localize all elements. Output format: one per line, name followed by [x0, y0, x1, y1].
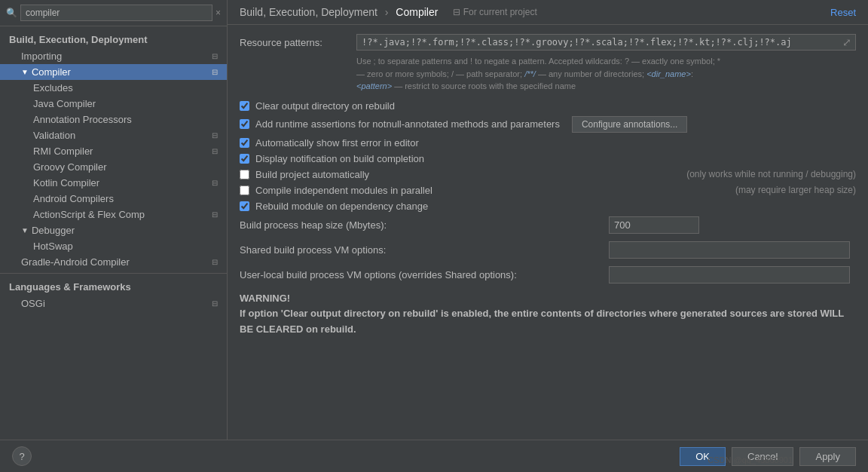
sidebar-item-importing[interactable]: Importing ⊟	[0, 48, 227, 64]
annotation-processors-label: Annotation Processors	[33, 114, 132, 125]
help-button[interactable]: ?	[12, 446, 32, 466]
sidebar-item-actionscript-flex[interactable]: ActionScript & Flex Comp ⊟	[0, 207, 227, 222]
build-auto-checkbox[interactable]	[240, 170, 249, 179]
build-auto-label: Build project automatically	[255, 169, 369, 180]
apply-button[interactable]: Apply	[799, 447, 856, 466]
compile-parallel-checkbox[interactable]	[240, 185, 249, 195]
page-icon: ⊟	[212, 68, 218, 76]
warning-box: WARNING! If option 'Clear output directo…	[240, 291, 856, 338]
groovy-compiler-label: Groovy Compiler	[33, 161, 107, 173]
shared-vm-row: Shared build process VM options:	[240, 241, 856, 259]
configure-annotations-button[interactable]: Configure annotations...	[572, 116, 687, 133]
user-vm-label: User-local build process VM options (ove…	[240, 269, 609, 280]
shared-vm-input[interactable]	[609, 241, 850, 259]
arrow-icon: ▼	[21, 68, 29, 76]
sidebar-section-languages: Languages & Frameworks	[0, 277, 227, 296]
heap-size-row: Build process heap size (Mbytes):	[240, 216, 856, 234]
add-assertions-checkbox[interactable]	[240, 119, 249, 129]
build-auto-note: (only works while not running / debuggin…	[686, 169, 856, 179]
content-header: Build, Execution, Deployment › Compiler …	[228, 0, 868, 25]
sidebar-item-hotswap[interactable]: HotSwap	[0, 238, 227, 254]
display-notification-checkbox[interactable]	[240, 154, 249, 164]
java-compiler-label: Java Compiler	[33, 98, 96, 109]
add-assertions-label: Add runtime assertions for notnull-annot…	[255, 118, 560, 130]
breadcrumb-current: Compiler	[396, 6, 438, 18]
actionscript-flex-label: ActionScript & Flex Comp	[33, 209, 145, 220]
heap-size-input[interactable]	[609, 216, 699, 234]
display-notification-label: Display notification on build completion	[255, 153, 424, 164]
sidebar-item-java-compiler[interactable]: Java Compiler	[0, 96, 227, 112]
sidebar: 🔍 × Build, Execution, Deployment Importi…	[0, 0, 228, 440]
gradle-android-label: Gradle-Android Compiler	[21, 256, 130, 268]
sidebar-item-osgi[interactable]: OSGi ⊟	[0, 296, 227, 311]
resource-expand-icon[interactable]: ⤢	[839, 35, 855, 50]
page-icon: ⊟	[212, 147, 218, 155]
sidebar-item-kotlin-compiler[interactable]: Kotlin Compiler ⊟	[0, 175, 227, 191]
sidebar-item-validation[interactable]: Validation ⊟	[0, 127, 227, 143]
sidebar-item-android-compilers[interactable]: Android Compilers	[0, 191, 227, 207]
rebuild-on-dep-label: Rebuild module on dependency change	[255, 201, 428, 212]
auto-show-error-checkbox[interactable]	[240, 138, 249, 148]
check-part: Build project automatically	[240, 169, 671, 180]
search-bar: 🔍 ×	[0, 0, 227, 26]
resource-patterns-row: Resource patterns: ⤢	[240, 34, 856, 51]
user-vm-row: User-local build process VM options (ove…	[240, 266, 856, 284]
sidebar-item-gradle-android[interactable]: Gradle-Android Compiler ⊟	[0, 254, 227, 270]
checkbox-build-auto: Build project automatically (only works …	[240, 169, 856, 180]
sidebar-section-build: Build, Execution, Deployment	[0, 29, 227, 48]
sidebar-item-debugger[interactable]: ▼ Debugger	[0, 222, 227, 238]
sidebar-item-rmi-compiler[interactable]: RMI Compiler ⊟	[0, 143, 227, 159]
for-project-label: ⊟ For current project	[453, 7, 536, 17]
osgi-label: OSGi	[21, 298, 45, 309]
page-icon: ⊟	[212, 299, 218, 308]
sidebar-item-annotation-processors[interactable]: Annotation Processors	[0, 112, 227, 127]
divider	[0, 273, 227, 274]
sidebar-tree: Build, Execution, Deployment Importing ⊟…	[0, 26, 227, 440]
kotlin-compiler-label: Kotlin Compiler	[33, 177, 99, 188]
settings-dialog: 🔍 × Build, Execution, Deployment Importi…	[0, 0, 868, 472]
check-part: Compile independent modules in parallel	[240, 185, 720, 196]
watermark: CSDN @qq_45860901	[708, 455, 793, 464]
rebuild-on-dep-checkbox[interactable]	[240, 201, 249, 211]
checkbox-add-assertions: Add runtime assertions for notnull-annot…	[240, 116, 856, 133]
checkbox-auto-show-error: Automatically show first error in editor	[240, 137, 856, 149]
content-body: Resource patterns: ⤢ Use ; to separate p…	[228, 25, 868, 440]
content-panel: Build, Execution, Deployment › Compiler …	[228, 0, 868, 440]
sidebar-item-groovy-compiler[interactable]: Groovy Compiler	[0, 159, 227, 175]
compile-parallel-note: (may require larger heap size)	[735, 185, 856, 195]
user-vm-input[interactable]	[609, 266, 850, 284]
compiler-label: Compiler	[32, 66, 71, 78]
resource-patterns-label: Resource patterns:	[240, 37, 356, 48]
checkbox-rebuild-on-dep: Rebuild module on dependency change	[240, 201, 856, 212]
checkbox-display-notification: Display notification on build completion	[240, 153, 856, 164]
excludes-label: Excludes	[33, 82, 73, 93]
arrow-icon: ▼	[21, 226, 29, 234]
search-clear-button[interactable]: ×	[215, 8, 221, 18]
sidebar-item-excludes[interactable]: Excludes	[0, 80, 227, 96]
compile-parallel-label: Compile independent modules in parallel	[255, 185, 432, 196]
resource-patterns-input[interactable]	[357, 35, 839, 50]
clear-output-checkbox[interactable]	[240, 101, 249, 111]
breadcrumb-root: Build, Execution, Deployment	[240, 6, 377, 18]
check-part: Add runtime assertions for notnull-annot…	[240, 116, 856, 133]
heap-size-label: Build process heap size (Mbytes):	[240, 219, 609, 231]
search-icon: 🔍	[6, 8, 17, 18]
warning-title: WARNING!	[240, 291, 856, 307]
sidebar-item-compiler[interactable]: ▼ Compiler ⊟	[0, 64, 227, 80]
auto-show-error-label: Automatically show first error in editor	[255, 137, 419, 149]
importing-label: Importing	[21, 51, 62, 62]
breadcrumb: Build, Execution, Deployment › Compiler	[240, 6, 438, 18]
checkbox-clear-output: Clear output directory on rebuild	[240, 100, 856, 112]
footer-left: ?	[12, 446, 32, 466]
resource-hint: Use ; to separate patterns and ! to nega…	[240, 55, 856, 93]
validation-label: Validation	[33, 130, 75, 141]
resource-input-wrap: ⤢	[356, 34, 856, 51]
page-icon: ⊟	[212, 258, 218, 266]
page-icon: ⊟	[212, 210, 218, 219]
android-compilers-label: Android Compilers	[33, 193, 114, 204]
reset-button[interactable]: Reset	[830, 7, 856, 18]
checkbox-compile-parallel: Compile independent modules in parallel …	[240, 185, 856, 196]
search-input[interactable]	[20, 5, 212, 21]
rmi-compiler-label: RMI Compiler	[33, 146, 93, 157]
page-icon: ⊟	[212, 179, 218, 187]
